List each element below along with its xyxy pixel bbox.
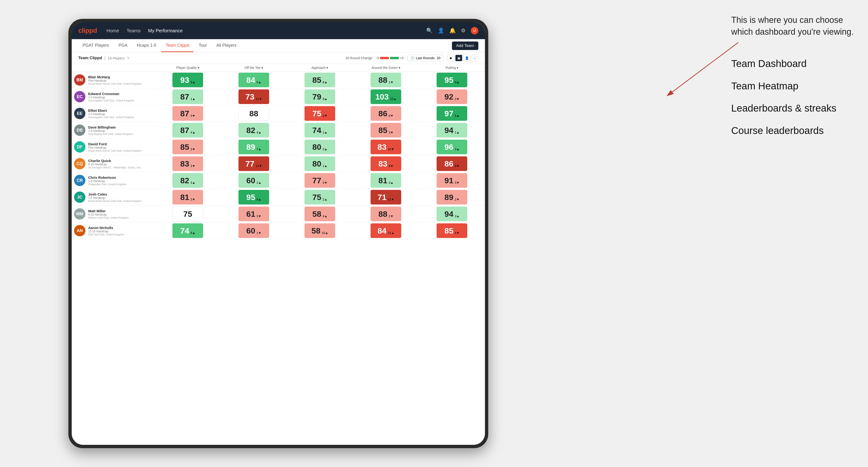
view-toggle: ■ ▣ 👤 ↓ (447, 55, 478, 61)
player-cell[interactable]: EE Elliot Ebert 1-5 Handicap Sunningdale… (72, 105, 155, 122)
stat-value: 80 (312, 143, 321, 152)
stat-cell: 75 (155, 206, 221, 222)
stat-value: 71 (378, 193, 386, 202)
stat-cell: 85 3 (353, 122, 419, 139)
stat-box: 85 3 (371, 123, 401, 137)
stat-value: 87 (180, 126, 189, 135)
team-count: 14 Players (108, 56, 125, 60)
ipad-frame: clippd Home Teams My Performance 🔍 👤 🔔 ⚙… (68, 19, 488, 448)
stat-change-up: 15 (390, 97, 397, 101)
table-row: MM Matt Miller 6-10 Handicap Woburn Golf… (72, 206, 485, 222)
player-info: Dave Billingham 1-5 Handicap Gog Magog G… (88, 125, 133, 135)
stat-change-up: 21 (387, 231, 394, 235)
add-team-button[interactable]: Add Team (452, 41, 478, 50)
last-rounds-label: Last Rounds: (416, 56, 435, 60)
tab-pgat-players[interactable]: PGAT Players (78, 39, 113, 52)
stat-box: 94 3 (437, 207, 467, 221)
nav-icons: 🔍 👤 🔔 ⚙ U (426, 27, 478, 34)
last-rounds-button[interactable]: 🕑 Last Rounds: 20 (407, 55, 443, 61)
player-cell[interactable]: CQ Charlie Quick 6-10 Handicap St. Georg… (72, 155, 155, 172)
stat-change-up: 8 (322, 81, 328, 84)
player-cell[interactable]: AN Aaron Nicholls 11-15 Handicap Drift G… (72, 222, 155, 239)
player-cell[interactable]: EC Edward Crossman 1-5 Handicap Sunningd… (72, 88, 155, 105)
nav-home[interactable]: Home (106, 28, 119, 33)
tab-team-clippd[interactable]: Team Clippd (161, 39, 193, 52)
stat-box: 60 1 (239, 223, 269, 238)
nav-teams[interactable]: Teams (127, 28, 141, 33)
stat-box: 58 4 (305, 207, 335, 221)
player-cell[interactable]: BM Blair McHarg Plus Handicap Royal Nort… (72, 72, 155, 88)
stat-change-up: 5 (454, 114, 460, 118)
stat-cell: 87 3 (155, 105, 221, 122)
stat-value: 83 (378, 159, 387, 168)
round-change-label: 20 Round Change (346, 56, 372, 60)
col-approach[interactable]: Approach ▾ (287, 64, 353, 72)
player-name: Blair McHarg (88, 75, 142, 79)
tab-pga[interactable]: PGA (114, 39, 132, 52)
player-info: Matt Miller 6-10 Handicap Woburn Golf Cl… (88, 209, 129, 219)
stat-value: 77 (246, 159, 254, 168)
edit-icon[interactable]: ✎ (127, 56, 130, 60)
stat-box: 75 3 (305, 106, 335, 121)
stat-change-down: 3 (454, 97, 460, 101)
stat-cell: 84 6 (221, 72, 287, 88)
tab-hcaps[interactable]: Hcaps 1-5 (132, 39, 160, 52)
stat-value: 74 (312, 126, 321, 135)
stat-box: 84 6 (239, 73, 269, 87)
col-around-green[interactable]: Around the Green ▾ (353, 64, 419, 72)
player-name: Chris Robertson (88, 176, 127, 180)
player-cell[interactable]: CR Chris Robertson 1-5 Handicap Craigmil… (72, 172, 155, 189)
stat-cell: 95 9 (419, 72, 485, 88)
stat-value: 92 (444, 92, 453, 101)
stat-value: 58 (312, 226, 320, 236)
avatar-icon[interactable]: U (471, 27, 478, 34)
avatar: DB (74, 125, 85, 136)
table-row: JC Josh Coles 1-5 Handicap Royal North D… (72, 189, 485, 206)
grid-view-button[interactable]: ■ (447, 55, 454, 61)
stat-value: 89 (444, 193, 453, 202)
stat-cell: 88 1 (353, 72, 419, 88)
stat-cell: 83 10 (353, 139, 419, 155)
tab-tour[interactable]: Tour (194, 39, 211, 52)
search-icon[interactable]: 🔍 (426, 28, 433, 34)
player-cell[interactable]: MM Matt Miller 6-10 Handicap Woburn Golf… (72, 206, 155, 222)
stat-cell: 95 8 (221, 189, 287, 206)
avatar: CR (74, 175, 85, 186)
settings-icon[interactable]: ⚙ (461, 28, 466, 34)
player-cell[interactable]: DF David Ford Plus Handicap Royal North … (72, 139, 155, 155)
stat-cell: 85 4 (419, 222, 485, 239)
stat-value: 77 (312, 176, 321, 185)
stat-box: 85 4 (437, 223, 467, 238)
bell-icon[interactable]: 🔔 (450, 28, 456, 34)
stat-value: 96 (444, 143, 453, 152)
download-button[interactable]: ↓ (471, 55, 478, 61)
stat-change-up: 4 (256, 131, 261, 134)
person-view-button[interactable]: 👤 (463, 55, 470, 61)
heatmap-view-button[interactable]: ▣ (455, 55, 462, 61)
player-name: Dave Billingham (88, 125, 133, 129)
stat-cell: 82 4 (221, 122, 287, 139)
player-club: Sunningdale Golf Club, United Kingdom (88, 99, 134, 102)
round-change-bar: -5 +5 (376, 56, 404, 60)
player-handicap: 1-5 Handicap (88, 196, 142, 199)
col-off-tee[interactable]: Off the Tee ▾ (221, 64, 287, 72)
stat-box: 80 3 (305, 139, 335, 154)
avatar: CQ (74, 158, 85, 169)
nav-my-performance[interactable]: My Performance (148, 28, 183, 33)
tab-all-players[interactable]: All Players (212, 39, 241, 52)
stat-value: 82 (246, 126, 255, 135)
user-icon[interactable]: 👤 (438, 28, 444, 34)
stat-cell: 58 10 (287, 222, 353, 239)
player-cell[interactable]: JC Josh Coles 1-5 Handicap Royal North D… (72, 189, 155, 206)
bar-red (380, 57, 389, 59)
option-team-heatmap: Team Heatmap (731, 79, 854, 93)
stat-cell: 83 3 (155, 155, 221, 172)
player-cell[interactable]: DB Dave Billingham 1-5 Handicap Gog Mago… (72, 122, 155, 139)
stat-value: 88 (378, 210, 387, 219)
stat-value: 89 (246, 143, 255, 152)
col-putting[interactable]: Putting ▾ (419, 64, 485, 72)
stat-value: 60 (246, 226, 255, 236)
stat-box: 83 10 (371, 139, 401, 154)
stat-value: 85 (312, 75, 321, 85)
col-player-quality[interactable]: Player Quality ▾ (155, 64, 221, 72)
